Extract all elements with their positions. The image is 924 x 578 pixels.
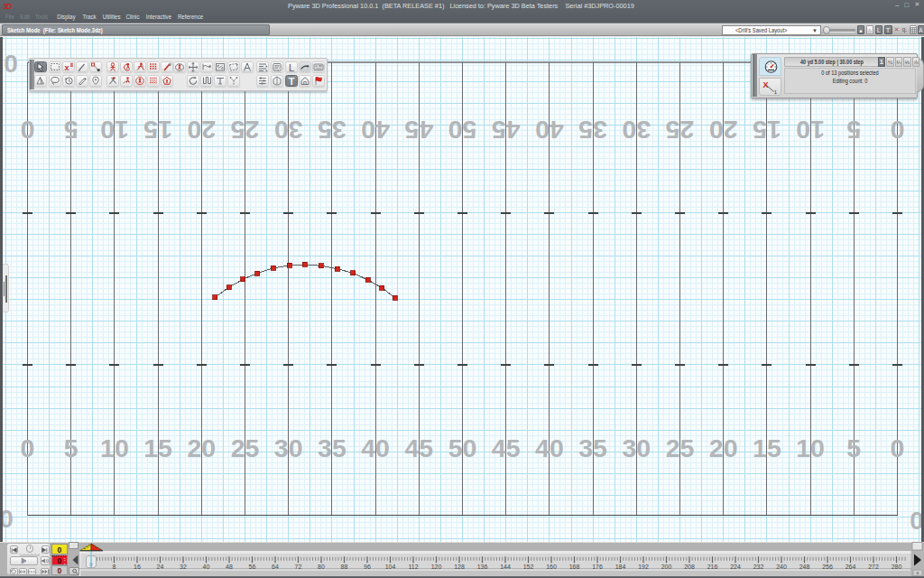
svg-text:16: 16 xyxy=(134,564,141,570)
svg-text:40: 40 xyxy=(203,564,210,570)
svg-text:128: 128 xyxy=(454,564,465,570)
svg-text:20: 20 xyxy=(187,116,216,144)
svg-text:0: 0 xyxy=(891,116,905,144)
svg-text:T: T xyxy=(288,76,294,86)
svg-text:20: 20 xyxy=(187,434,216,462)
svg-text:30: 30 xyxy=(274,116,303,144)
svg-text:15: 15 xyxy=(753,116,781,144)
svg-text:56: 56 xyxy=(249,564,256,570)
svg-text:0: 0 xyxy=(21,434,35,462)
svg-text:30: 30 xyxy=(622,434,651,462)
svg-text:136: 136 xyxy=(477,564,488,570)
svg-text:216: 216 xyxy=(707,564,718,570)
svg-text:5: 5 xyxy=(846,434,861,462)
svg-text:280: 280 xyxy=(892,564,902,570)
svg-text:25: 25 xyxy=(231,116,260,144)
svg-text:104: 104 xyxy=(385,564,396,570)
svg-text:5: 5 xyxy=(64,116,79,144)
svg-text:0: 0 xyxy=(21,116,35,144)
svg-text:200: 200 xyxy=(661,564,672,570)
svg-text:x: x xyxy=(64,62,69,71)
svg-text:72: 72 xyxy=(295,564,302,570)
svg-text:10: 10 xyxy=(796,116,825,144)
svg-text:80: 80 xyxy=(318,564,325,570)
svg-text:88: 88 xyxy=(341,564,348,570)
svg-text:184: 184 xyxy=(615,564,626,570)
svg-text:48: 48 xyxy=(226,564,233,570)
svg-text:25: 25 xyxy=(666,434,695,462)
svg-text:32: 32 xyxy=(180,564,187,570)
svg-text:25: 25 xyxy=(666,116,695,144)
svg-text:160: 160 xyxy=(546,564,557,570)
svg-text:25: 25 xyxy=(231,434,260,462)
svg-text:0: 0 xyxy=(891,434,905,462)
svg-text:176: 176 xyxy=(592,564,603,570)
svg-text:272: 272 xyxy=(868,564,879,570)
svg-text:5: 5 xyxy=(846,116,861,144)
svg-text:20: 20 xyxy=(709,116,738,144)
svg-text:232: 232 xyxy=(753,564,764,570)
svg-text:0: 0 xyxy=(4,50,18,78)
svg-text:35: 35 xyxy=(578,434,607,462)
svg-text:152: 152 xyxy=(523,564,534,570)
svg-text:64: 64 xyxy=(272,564,279,570)
svg-text:45: 45 xyxy=(404,116,433,144)
svg-text:20: 20 xyxy=(709,434,738,462)
svg-text:96: 96 xyxy=(364,564,371,570)
svg-text:45: 45 xyxy=(492,434,521,462)
svg-text:40: 40 xyxy=(535,116,564,144)
svg-text:120: 120 xyxy=(431,564,442,570)
svg-text:8: 8 xyxy=(113,564,116,570)
svg-text:40: 40 xyxy=(361,116,390,144)
svg-text:45: 45 xyxy=(492,116,521,144)
svg-text:50: 50 xyxy=(448,116,477,144)
svg-text:224: 224 xyxy=(730,564,741,570)
svg-text:30: 30 xyxy=(274,434,303,462)
svg-text:50: 50 xyxy=(448,434,477,462)
svg-text:35: 35 xyxy=(318,434,346,462)
svg-text:15: 15 xyxy=(143,116,172,144)
svg-text:248: 248 xyxy=(799,564,810,570)
svg-text:40: 40 xyxy=(535,434,564,462)
svg-text:168: 168 xyxy=(569,564,580,570)
svg-text:30: 30 xyxy=(622,116,651,144)
svg-text:10: 10 xyxy=(100,434,129,462)
svg-text:192: 192 xyxy=(638,564,649,570)
svg-text:10: 10 xyxy=(100,116,129,144)
svg-text:208: 208 xyxy=(684,564,695,570)
svg-text:35: 35 xyxy=(318,116,346,144)
svg-text:10: 10 xyxy=(796,434,825,462)
svg-text:40: 40 xyxy=(361,434,390,462)
svg-text:5: 5 xyxy=(64,434,79,462)
svg-text:35: 35 xyxy=(578,116,607,144)
svg-text:256: 256 xyxy=(822,564,833,570)
svg-text:15: 15 xyxy=(753,434,781,462)
svg-text:1: 1 xyxy=(774,89,778,95)
svg-text:a: a xyxy=(917,570,919,575)
svg-text:144: 144 xyxy=(500,564,511,570)
svg-text:45: 45 xyxy=(404,434,433,462)
svg-text:24: 24 xyxy=(157,564,164,570)
svg-text:240: 240 xyxy=(776,564,787,570)
svg-text:X: X xyxy=(762,80,768,89)
svg-text:15: 15 xyxy=(143,434,172,462)
svg-text:L: L xyxy=(289,61,294,71)
svg-text:112: 112 xyxy=(408,564,418,570)
svg-text:264: 264 xyxy=(845,564,856,570)
